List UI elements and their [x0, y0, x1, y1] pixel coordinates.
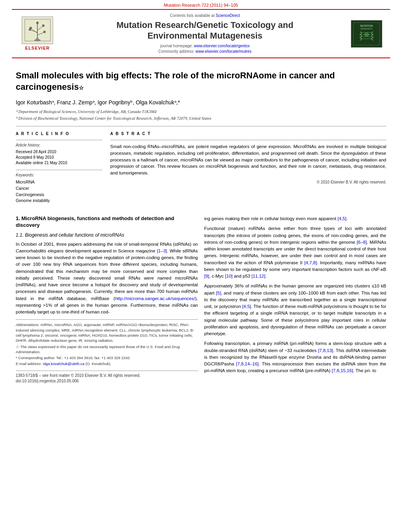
section1-para3: Functional (mature) miRNAs derive either… — [204, 225, 387, 280]
ref-6-8[interactable]: [6–8] — [357, 240, 367, 245]
affiliations: ᵃ Department of Biological Sciences, Uni… — [16, 109, 386, 121]
affil-b: ᵇ Division of Biochemical Toxicology, Na… — [16, 116, 386, 122]
footnote-star1: ☆ The views expressed in this paper do n… — [16, 344, 198, 355]
body-left-col: 1. MicroRNA biogenesis, functions and me… — [16, 215, 198, 384]
footer-area: 1383-5718/$ – see front matter © 2010 El… — [16, 371, 198, 384]
email-link[interactable]: olga.kovalchuk@uleth.ca — [43, 361, 85, 366]
journal-title-line2: Environmental Mutagenesis — [147, 31, 262, 41]
elsevier-brand: ELSEVIER — [25, 45, 50, 51]
ref-10[interactable]: [10] — [225, 274, 233, 278]
body-section: 1. MicroRNA biogenesis, functions and me… — [16, 215, 386, 384]
issn-line: 1383-5718/$ – see front matter © 2010 El… — [16, 373, 198, 378]
abstract-label: A B S T R A C T — [110, 131, 386, 137]
svg-rect-8 — [36, 38, 39, 41]
elsevier-logo-area: ELSEVIER — [16, 17, 59, 51]
ref-4-5[interactable]: [4,5] — [337, 216, 346, 221]
keywords-label: Keywords: — [16, 172, 102, 178]
keywords-block: Keywords: MicroRNA Cancer Carcinogenesis… — [16, 170, 102, 204]
ref-5b[interactable]: [5] — [216, 291, 221, 295]
main-content: Small molecules with big effects: The ro… — [0, 58, 402, 392]
abstract-text: Small non-coding RNAs–microRNAs, are pot… — [110, 143, 386, 176]
section1-heading: 1. MicroRNA biogenesis, functions and me… — [16, 215, 198, 229]
section1-para1: In October of 2001, three papers address… — [16, 241, 198, 316]
keywords-list: MicroRNA Cancer Carcinogenesis Genome in… — [16, 179, 102, 204]
sciencedirect-link[interactable]: ScienceDirect — [216, 13, 240, 18]
homepage-url[interactable]: www.elsevier.com/locate/gentox — [194, 44, 250, 48]
community-link-line: Community address: www.elsevier.com/loca… — [63, 49, 347, 54]
accepted-date: Accepted 8 May 2010 — [16, 155, 102, 160]
svg-point-13 — [36, 22, 39, 24]
subsection1-heading-text: 1.1. Biogenesis and cellular functions o… — [16, 232, 124, 238]
keyword-1: MicroRNA — [16, 179, 102, 185]
abbreviations-line: Abbreviations: miRNA, microRNA; AGO, arg… — [16, 322, 198, 343]
svg-text:RESEARCH: RESEARCH — [361, 28, 372, 30]
elsevier-emblem — [22, 17, 53, 44]
doi-line: doi:10.1016/j.mrgentox.2010.05.006 — [16, 378, 198, 384]
section1-para2: ing genes making their role in cellular … — [204, 215, 387, 222]
available-date: Available online 21 May 2010 — [16, 160, 102, 166]
abstract-divider — [110, 140, 386, 140]
community-url[interactable]: www.elsevier.com/locate/mutres — [196, 49, 252, 54]
journal-citation: Mutation Research 722 (2011) 94–105 — [0, 0, 402, 9]
homepage-link-line: journal homepage: www.elsevier.com/locat… — [63, 43, 347, 49]
elsevier-logo: ELSEVIER — [16, 17, 59, 51]
article-history-block: Article history: Received 28 April 2010 … — [16, 140, 102, 166]
journal-full-title: Mutation Research/Genetic Toxicology and… — [63, 20, 347, 41]
journal-header: ELSEVIER Contents lists available at Sci… — [12, 9, 390, 58]
ref-7-8-15-16[interactable]: [7,8,15,16] — [332, 368, 353, 373]
footnotes-area: Abbreviations: miRNA, microRNA; AGO, arg… — [16, 319, 198, 366]
ref-4-5c[interactable]: [4,5] — [242, 304, 251, 309]
svg-point-12 — [29, 28, 31, 31]
mutation-research-logo: MUTATION RESEARCH GEN — [351, 20, 382, 48]
section1-para4: Approximately 36% of miRNAs in the human… — [204, 283, 387, 337]
ref-11-12[interactable]: [11,12] — [252, 274, 265, 278]
ref-7-8-14-16[interactable]: [7,8,14–16] — [236, 361, 259, 366]
section1-heading-text: 1. MicroRNA biogenesis, functions and me… — [16, 215, 174, 228]
email-label: E-mail address: — [16, 361, 42, 366]
keyword-2: Cancer — [16, 185, 102, 191]
svg-point-11 — [43, 31, 46, 33]
ref-4-7-8[interactable]: [4,7,8] — [304, 260, 317, 265]
mirbase-url[interactable]: http://microma.sanger.ac.uk/sequences/ — [115, 296, 195, 301]
authors-text: Igor Koturbashᵃ, Franz J. Zempᵃ, Igor Po… — [16, 99, 180, 106]
article-title: Small molecules with big effects: The ro… — [16, 70, 386, 94]
article-info-label: A R T I C L E I N F O — [16, 131, 102, 137]
footnote-email: E-mail address: olga.kovalchuk@uleth.ca … — [16, 361, 198, 366]
journal-title-area: Contents lists available at ScienceDirec… — [59, 13, 351, 54]
body-right-col: ing genes making their role in cellular … — [204, 215, 387, 384]
history-label: Article history: — [16, 143, 102, 148]
ref-1-3[interactable]: [1–3] — [157, 248, 167, 253]
section1-para5: Following transcription, a primary miRNA… — [204, 340, 387, 374]
received-date: Received 28 April 2010 — [16, 149, 102, 155]
journal-title-line1: Mutation Research/Genetic Toxicology and — [117, 20, 293, 30]
article-star: ☆ — [79, 85, 84, 91]
contents-available: Contents lists available at ScienceDirec… — [63, 13, 347, 19]
affil-a: ᵃ Department of Biological Sciences, Uni… — [16, 109, 386, 115]
abbrev-label: Abbreviations: — [16, 323, 39, 327]
footnote-star2: * Corresponding author. Tel.: +1 403 394… — [16, 355, 198, 360]
abstract-col: A B S T R A C T Small non-coding RNAs–mi… — [110, 131, 386, 208]
citation-text: Mutation Research 722 (2011) 94–105 — [164, 3, 238, 7]
svg-text:MUTATION: MUTATION — [360, 24, 373, 27]
svg-text:GEN: GEN — [364, 33, 369, 36]
authors-line: Igor Koturbashᵃ, Franz J. Zempᵃ, Igor Po… — [16, 99, 386, 107]
subsection1-heading: 1.1. Biogenesis and cellular functions o… — [16, 232, 198, 239]
copyright-line: © 2010 Elsevier B.V. All rights reserved… — [110, 180, 386, 185]
article-title-text: Small molecules with big effects: The ro… — [16, 70, 335, 92]
abbrev-text: miRNA, microRNA; AGO, argonaute; miRNP, … — [16, 323, 194, 343]
journal-links: journal homepage: www.elsevier.com/locat… — [63, 43, 347, 54]
svg-point-10 — [42, 24, 44, 27]
info-abstract-section: A R T I C L E I N F O Article history: R… — [16, 131, 386, 208]
keyword-3: Carcinogenesis — [16, 192, 102, 198]
ref-9[interactable]: [9] — [204, 274, 209, 278]
article-info-col: A R T I C L E I N F O Article history: R… — [16, 131, 102, 208]
mutation-research-logo-area: MUTATION RESEARCH GEN — [351, 20, 386, 48]
keyword-4: Genome instability — [16, 198, 102, 204]
ref-7-8-13[interactable]: [7,8,13] — [318, 348, 333, 353]
divider-after-affiliations — [16, 126, 386, 126]
